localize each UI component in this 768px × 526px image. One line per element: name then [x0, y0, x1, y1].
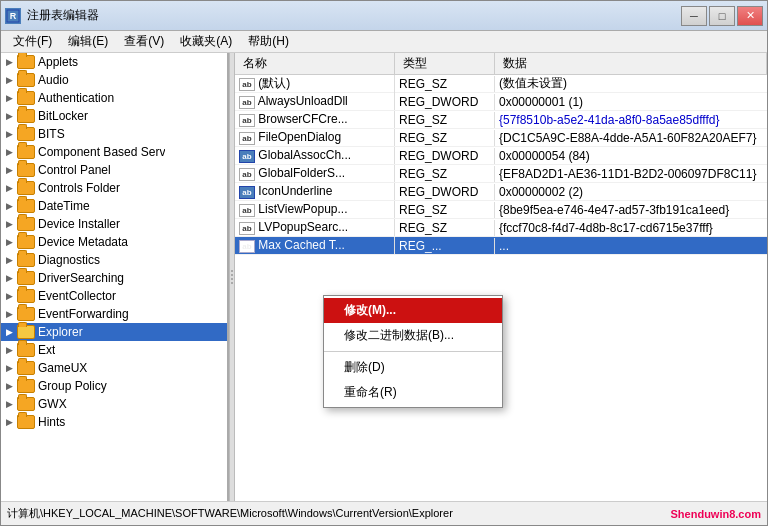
registry-row[interactable]: ab IconUnderline REG_DWORD 0x00000002 (2…: [235, 183, 767, 201]
tree-label: Explorer: [38, 325, 83, 339]
reg-type: REG_SZ: [395, 220, 495, 236]
tree-item-hints[interactable]: ▶ Hints: [1, 413, 227, 431]
reg-type: REG_...: [395, 238, 495, 254]
folder-icon: [17, 397, 35, 411]
tree-label: Ext: [38, 343, 55, 357]
watermark: Shenduwin8.com: [671, 508, 761, 520]
tree-item-bitlocker[interactable]: ▶ BitLocker: [1, 107, 227, 125]
title-bar: R 注册表编辑器 ─ □ ✕: [1, 1, 767, 31]
menu-edit[interactable]: 编辑(E): [60, 31, 116, 52]
registry-row[interactable]: ab FileOpenDialog REG_SZ {DC1C5A9C-E88A-…: [235, 129, 767, 147]
folder-icon: [17, 109, 35, 123]
tree-label: BitLocker: [38, 109, 88, 123]
reg-name: ab LVPopupSearc...: [235, 219, 395, 236]
window-title: 注册表编辑器: [27, 7, 99, 24]
tree-item-controls-folder[interactable]: ▶ Controls Folder: [1, 179, 227, 197]
registry-row[interactable]: ab BrowserCFCre... REG_SZ {57f8510b-a5e2…: [235, 111, 767, 129]
tree-item-group-policy[interactable]: ▶ Group Policy: [1, 377, 227, 395]
menu-view[interactable]: 查看(V): [116, 31, 172, 52]
registry-row[interactable]: ab AlwaysUnloadDll REG_DWORD 0x00000001 …: [235, 93, 767, 111]
reg-sz-icon: ab: [239, 96, 255, 109]
col-header-name[interactable]: 名称: [235, 53, 395, 75]
col-header-data[interactable]: 数据: [495, 53, 767, 75]
reg-type: REG_SZ: [395, 76, 495, 92]
reg-type: REG_DWORD: [395, 184, 495, 200]
reg-name: ab Max Cached T...: [235, 237, 395, 254]
ctx-rename[interactable]: 重命名(R): [324, 380, 502, 405]
reg-sz-icon: ab: [239, 204, 255, 217]
tree-item-gwx[interactable]: ▶ GWX: [1, 395, 227, 413]
reg-sz-icon: ab: [239, 240, 255, 253]
tree-item-bits[interactable]: ▶ BITS: [1, 125, 227, 143]
registry-row-selected[interactable]: ab Max Cached T... REG_... ...: [235, 237, 767, 255]
registry-row[interactable]: ab GlobalAssocCh... REG_DWORD 0x00000054…: [235, 147, 767, 165]
col-header-type[interactable]: 类型: [395, 53, 495, 75]
tree-item-explorer[interactable]: ▶ Explorer: [1, 323, 227, 341]
restore-button[interactable]: □: [709, 6, 735, 26]
folder-icon: [17, 415, 35, 429]
minimize-button[interactable]: ─: [681, 6, 707, 26]
ctx-modify-binary[interactable]: 修改二进制数据(B)...: [324, 323, 502, 348]
tree-item-device-metadata[interactable]: ▶ Device Metadata: [1, 233, 227, 251]
tree-item-event-collector[interactable]: ▶ EventCollector: [1, 287, 227, 305]
tree-item-ext[interactable]: ▶ Ext: [1, 341, 227, 359]
folder-icon: [17, 325, 35, 339]
tree-item-control-panel[interactable]: ▶ Control Panel: [1, 161, 227, 179]
reg-sz-icon: ab: [239, 222, 255, 235]
tree-label: GameUX: [38, 361, 87, 375]
reg-data: {fccf70c8-f4d7-4d8b-8c17-cd6715e37fff}: [495, 220, 767, 236]
tree-item-event-forwarding[interactable]: ▶ EventForwarding: [1, 305, 227, 323]
registry-row[interactable]: ab (默认) REG_SZ (数值未设置): [235, 75, 767, 93]
menu-bar: 文件(F) 编辑(E) 查看(V) 收藏夹(A) 帮助(H): [1, 31, 767, 53]
reg-data: {EF8AD2D1-AE36-11D1-B2D2-006097DF8C11}: [495, 166, 767, 182]
folder-icon: [17, 73, 35, 87]
ctx-modify[interactable]: 修改(M)...: [324, 298, 502, 323]
menu-file[interactable]: 文件(F): [5, 31, 60, 52]
tree-label: Control Panel: [38, 163, 111, 177]
reg-type: REG_SZ: [395, 166, 495, 182]
tree-label: EventForwarding: [38, 307, 129, 321]
tree-item-applets[interactable]: ▶ Applets: [1, 53, 227, 71]
tree-item-diagnostics[interactable]: ▶ Diagnostics: [1, 251, 227, 269]
tree-label: Component Based Serv: [38, 145, 165, 159]
reg-sz-icon: ab: [239, 168, 255, 181]
tree-item-authentication[interactable]: ▶ Authentication: [1, 89, 227, 107]
registry-editor-window: R 注册表编辑器 ─ □ ✕ 文件(F) 编辑(E) 查看(V) 收藏夹(A) …: [0, 0, 768, 526]
folder-icon: [17, 343, 35, 357]
tree-label: DateTime: [38, 199, 90, 213]
reg-data: 0x00000054 (84): [495, 148, 767, 164]
tree-item-component-based[interactable]: ▶ Component Based Serv: [1, 143, 227, 161]
tree-label: GWX: [38, 397, 67, 411]
arrow-icon: ▶: [1, 219, 17, 229]
registry-row[interactable]: ab LVPopupSearc... REG_SZ {fccf70c8-f4d7…: [235, 219, 767, 237]
tree-item-audio[interactable]: ▶ Audio: [1, 71, 227, 89]
arrow-icon: ▶: [1, 417, 17, 427]
reg-type: REG_DWORD: [395, 94, 495, 110]
tree-label: Device Installer: [38, 217, 120, 231]
reg-data: 0x00000001 (1): [495, 94, 767, 110]
folder-icon: [17, 289, 35, 303]
tree-item-device-installer[interactable]: ▶ Device Installer: [1, 215, 227, 233]
arrow-icon: ▶: [1, 345, 17, 355]
reg-data: (数值未设置): [495, 75, 767, 93]
close-button[interactable]: ✕: [737, 6, 763, 26]
tree-item-datetime[interactable]: ▶ DateTime: [1, 197, 227, 215]
reg-dword-icon: ab: [239, 186, 255, 199]
reg-name: ab GlobalFolderS...: [235, 165, 395, 182]
tree-label: BITS: [38, 127, 65, 141]
reg-dword-icon: ab: [239, 150, 255, 163]
registry-row[interactable]: ab GlobalFolderS... REG_SZ {EF8AD2D1-AE3…: [235, 165, 767, 183]
reg-data: 0x00000002 (2): [495, 184, 767, 200]
ctx-delete[interactable]: 删除(D): [324, 355, 502, 380]
status-path: 计算机\HKEY_LOCAL_MACHINE\SOFTWARE\Microsof…: [7, 506, 453, 521]
tree-item-gameux[interactable]: ▶ GameUX: [1, 359, 227, 377]
arrow-icon: ▶: [1, 111, 17, 121]
menu-favorites[interactable]: 收藏夹(A): [172, 31, 240, 52]
tree-label: Applets: [38, 55, 78, 69]
tree-item-driver-searching[interactable]: ▶ DriverSearching: [1, 269, 227, 287]
menu-help[interactable]: 帮助(H): [240, 31, 297, 52]
tree-label: Audio: [38, 73, 69, 87]
registry-row[interactable]: ab ListViewPopup... REG_SZ {8be9f5ea-e74…: [235, 201, 767, 219]
folder-icon: [17, 307, 35, 321]
arrow-icon: ▶: [1, 93, 17, 103]
